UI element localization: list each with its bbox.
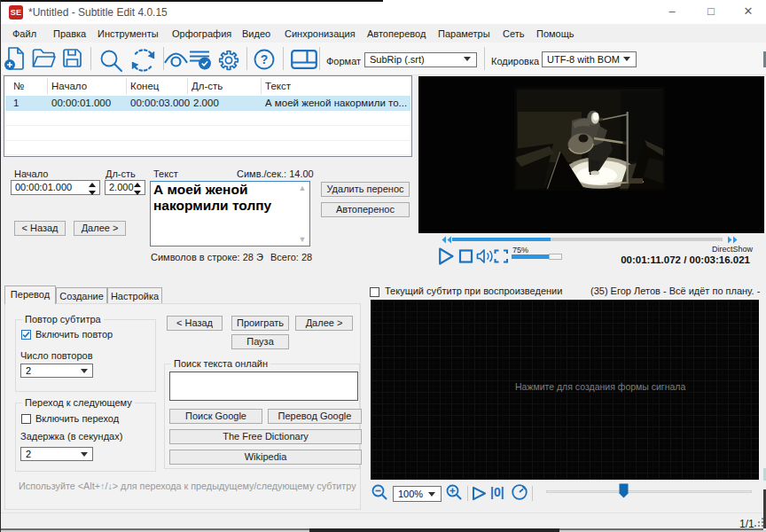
svg-text:?: ? — [261, 52, 269, 66]
